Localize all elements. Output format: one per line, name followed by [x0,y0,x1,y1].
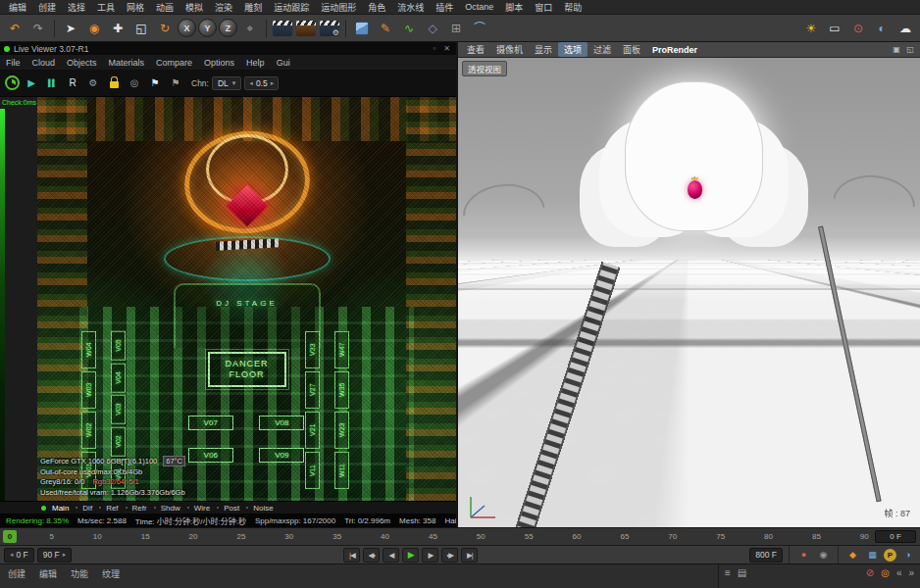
z-axis-lock-button[interactable]: Z [219,19,237,37]
material-tab-create[interactable]: 创建 [8,567,26,580]
pass-noise[interactable]: Noise [240,504,274,513]
material-tab-edit[interactable]: 编辑 [39,567,57,580]
view-label[interactable]: 透视视图 [462,61,507,76]
prorender-badge-icon[interactable]: P [884,549,896,562]
menu-render[interactable]: 渲染 [209,1,238,14]
vp-menu-display[interactable]: 显示 [529,42,558,57]
render-settings-button[interactable]: ⚙ [319,18,340,39]
selection-tool-icon[interactable]: ➤ [60,18,81,39]
menu-octane[interactable]: Octane [459,2,499,12]
camera-icon[interactable]: ⊙ [847,18,869,39]
autokey-button[interactable]: ◉ [815,548,832,563]
menu-plugins[interactable]: 插件 [430,1,459,14]
menu-script[interactable]: 脚本 [499,1,529,14]
collapse-left-icon[interactable]: « [896,567,902,578]
spinner-left-icon[interactable]: ◂ [249,79,253,87]
panel-layout-icon[interactable]: ▤ [738,567,746,578]
pass-main[interactable]: Main [51,504,70,513]
next-key-button[interactable]: •▶ [441,548,458,563]
lv-pause-icon[interactable]: ▌▌ [43,74,61,92]
spline-pen-icon[interactable]: ✎ [375,18,396,39]
lv-pin-white-icon[interactable]: ⚑ [146,74,164,92]
panel-menu-icon[interactable]: ≡ [725,567,731,578]
vp-menu-cameras[interactable]: 摄像机 [490,42,529,57]
keyframe-selection-icon[interactable]: ◆ [844,548,861,563]
collapse-right-icon[interactable]: » [908,567,914,578]
x-axis-lock-button[interactable]: X [178,19,196,37]
go-to-end-button[interactable]: ▶| [461,548,478,563]
lv-play-icon[interactable]: ▶ [23,74,40,92]
current-frame-field[interactable]: 0 F [875,530,916,543]
range-start-field[interactable]: ◂ 0 F [4,548,34,563]
vp-menu-panel[interactable]: 面板 [617,42,646,57]
viewport-float-icon[interactable]: ◱ [903,44,917,56]
live-viewer-titlebar[interactable]: Live Viewer 3.07-R1 ▫ ✕ [0,42,456,55]
lv-menu-help[interactable]: Help [240,58,271,68]
lv-pin-gray-icon[interactable]: ⚑ [167,74,184,92]
menu-help[interactable]: 帮助 [558,1,588,14]
lv-menu-file[interactable]: File [0,58,26,68]
menu-pipeline[interactable]: 流水线 [391,1,430,14]
coordinate-system-icon[interactable]: ⌖ [239,18,261,39]
rotate-tool-icon[interactable]: ↻ [154,18,176,39]
render-picture-viewer-button[interactable] [295,18,317,39]
menu-sculpt[interactable]: 雕刻 [238,1,268,14]
go-to-start-button[interactable]: |◀ [343,548,360,563]
channel-dropdown[interactable]: DL ▾ [212,76,241,90]
undo-icon[interactable]: ↶ [4,18,26,39]
pass-reflection[interactable]: Ref [93,504,119,513]
array-generator-icon[interactable]: ⊞ [445,18,467,39]
material-tab-function[interactable]: 功能 [71,567,88,580]
play-button[interactable]: ▶ [402,548,419,563]
spinner-right-icon[interactable]: ▸ [271,79,275,87]
move-tool-icon[interactable]: ✚ [107,18,128,39]
range-end-field[interactable]: 90 F ▸ [37,548,73,563]
menu-simulate[interactable]: 模拟 [179,1,209,14]
octane-render-view[interactable]: DJ STAGE DANCER FLOOR V07 V08 V06 V09 W0… [37,97,456,501]
vp-menu-view[interactable]: 查看 [461,42,490,57]
lv-menu-objects[interactable]: Objects [61,58,103,68]
spinner-right-icon[interactable]: ▸ [63,551,67,559]
spline-primitive-icon[interactable]: ∿ [398,18,420,39]
half-sphere-icon[interactable]: ◑ [899,548,916,563]
sample-spinner[interactable]: ◂ 0.5 ▸ [244,76,279,90]
render-view-button[interactable] [272,18,293,39]
pass-shadow[interactable]: Shdw [148,504,181,513]
environment-icon[interactable]: ☁ [894,18,916,39]
menu-mesh[interactable]: 网格 [121,1,150,14]
menu-animate[interactable]: 动画 [150,1,179,14]
next-frame-button[interactable]: ▶ [422,548,438,563]
lv-restart-button[interactable]: R [64,74,81,92]
no-entry-icon[interactable]: ⊘ [866,567,874,578]
timeline-ruler[interactable]: 0 05 1015 2025 3035 4045 5055 6065 7075 … [0,527,920,545]
pass-post[interactable]: Post [211,504,240,513]
menu-motion-tracker[interactable]: 运动跟踪 [268,1,315,14]
add-primitive-button[interactable] [351,18,373,39]
floor-icon[interactable]: ▭ [824,18,845,39]
vp-menu-filter[interactable]: 过滤 [588,42,617,57]
y-axis-lock-button[interactable]: Y [198,19,217,37]
document-end-field[interactable]: 800 F [749,548,783,563]
live-selection-icon[interactable]: ◉ [83,18,105,39]
lv-lock-resolution-icon[interactable] [105,74,123,92]
record-grid-icon[interactable]: ▦ [864,548,881,563]
menu-select[interactable]: 选择 [62,1,91,14]
timeline-playhead[interactable]: 0 [3,530,17,543]
menu-edit[interactable]: 编辑 [3,1,32,14]
scale-tool-icon[interactable]: ◱ [130,18,152,39]
menu-create[interactable]: 创建 [32,1,62,14]
deformer-icon[interactable]: ⌒ [469,18,490,39]
lv-menu-gui[interactable]: Gui [271,58,296,68]
vp-menu-options[interactable]: 选项 [558,42,588,57]
menu-character[interactable]: 角色 [362,1,391,14]
pass-wire[interactable]: Wire [181,504,211,513]
menu-window[interactable]: 窗口 [529,1,558,14]
menu-tools[interactable]: 工具 [91,1,121,14]
previous-frame-button[interactable]: ◀ [383,548,399,563]
sky-icon[interactable]: ◐ [871,18,893,39]
menu-mograph[interactable]: 运动图形 [315,1,362,14]
spinner-left-icon[interactable]: ◂ [10,551,14,559]
minimize-icon[interactable]: ▫ [431,44,437,53]
redo-icon[interactable]: ↷ [27,18,49,39]
light-icon[interactable]: ☀ [800,18,822,39]
